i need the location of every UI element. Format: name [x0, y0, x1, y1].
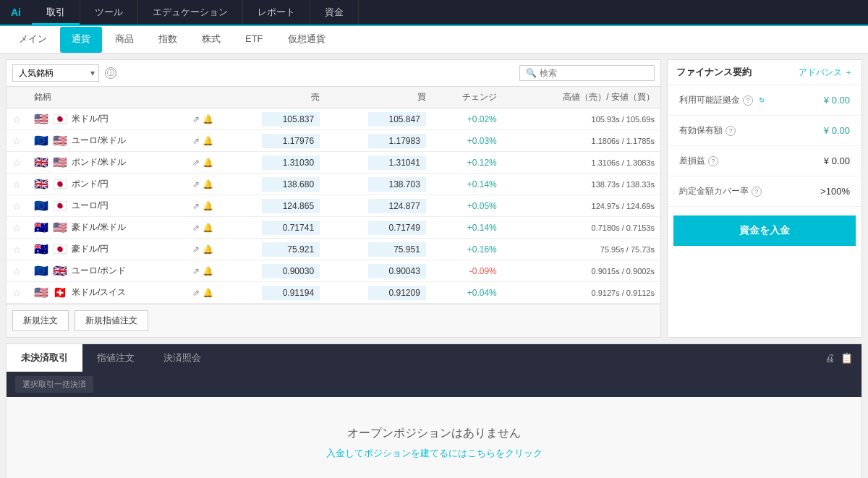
info-icon[interactable]: ⓘ — [105, 67, 116, 79]
row-star-4[interactable]: ☆ — [7, 195, 28, 217]
export-icon[interactable]: 📋 — [841, 352, 853, 364]
alert-icon-2[interactable]: 🔔 — [203, 158, 213, 168]
row-buy-5[interactable]: 0.71749 — [326, 217, 432, 239]
link-icon-8[interactable]: ⇗ — [192, 288, 200, 298]
row-buy-2[interactable]: 1.31041 — [326, 152, 432, 174]
alert-icon-6[interactable]: 🔔 — [203, 244, 213, 255]
row-sell-0[interactable]: 105.837 — [219, 108, 326, 130]
link-icon-5[interactable]: ⇗ — [192, 223, 200, 233]
market-table-container[interactable]: 銘柄 売 買 チェンジ 高値（売）/ 安値（買） ☆ 🇺🇸 🇯🇵 米ドル/円 — [7, 87, 660, 304]
alert-icon-8[interactable]: 🔔 — [203, 288, 213, 298]
row-sell-8[interactable]: 0.91194 — [219, 282, 326, 304]
row-symbol-4: 🇪🇺 🇯🇵 ユーロ/円 — [28, 195, 187, 217]
row-star-1[interactable]: ☆ — [7, 130, 28, 152]
tab-limit-orders[interactable]: 指値注文 — [82, 344, 149, 372]
link-icon-0[interactable]: ⇗ — [192, 114, 200, 124]
row-actions-5[interactable]: ⇗ 🔔 — [187, 217, 219, 239]
row-sell-6[interactable]: 75.921 — [219, 239, 326, 260]
row-buy-6[interactable]: 75.951 — [326, 239, 432, 260]
batch-close-button[interactable]: 選択取引一括決済 — [15, 376, 93, 393]
row-actions-3[interactable]: ⇗ 🔔 — [187, 174, 219, 195]
nav-report[interactable]: レポート — [243, 0, 310, 25]
row-highlow-3: 138.73s / 138.33s — [503, 174, 660, 195]
row-symbol-6: 🇦🇺 🇯🇵 豪ドル/円 — [28, 239, 187, 260]
alert-icon-3[interactable]: 🔔 — [203, 179, 213, 189]
row-star-6[interactable]: ☆ — [7, 239, 28, 260]
row-actions-2[interactable]: ⇗ 🔔 — [187, 152, 219, 174]
row-highlow-4: 124.97s / 124.69s — [503, 195, 660, 217]
row-buy-7[interactable]: 0.90043 — [326, 260, 432, 282]
available-margin-info[interactable]: ? — [743, 95, 753, 106]
tab-etf[interactable]: ETF — [234, 27, 275, 51]
available-margin-refresh[interactable]: ↻ — [759, 96, 765, 104]
tab-currency[interactable]: 通貨 — [60, 27, 102, 53]
finance-title: ファイナンス要約 — [676, 66, 752, 79]
row-sell-3[interactable]: 138.680 — [219, 174, 326, 195]
tab-trade-history[interactable]: 決済照会 — [149, 344, 216, 372]
category-select[interactable]: 人気銘柄 お気に入り すべて — [12, 64, 99, 82]
finance-panel: ファイナンス要約 アドバンス ＋ 利用可能証拠金 ? ↻ ¥ 0.00 有効保有… — [667, 59, 862, 338]
row-star-8[interactable]: ☆ — [7, 282, 28, 304]
nav-tools[interactable]: ツール — [80, 0, 138, 25]
empty-state: オープンポジションはありません 入金してポジションを建てるにはこちらをクリック — [7, 397, 861, 478]
row-sell-4[interactable]: 124.865 — [219, 195, 326, 217]
tab-crypto[interactable]: 仮想通貨 — [276, 27, 337, 53]
link-icon-4[interactable]: ⇗ — [192, 201, 200, 211]
header-symbol: 銘柄 — [28, 87, 187, 108]
link-icon-6[interactable]: ⇗ — [192, 244, 200, 255]
coverage-info[interactable]: ? — [752, 187, 762, 197]
category-select-wrapper[interactable]: 人気銘柄 お気に入り すべて ▾ — [12, 64, 99, 82]
row-actions-0[interactable]: ⇗ 🔔 — [187, 108, 219, 130]
row-actions-1[interactable]: ⇗ 🔔 — [187, 130, 219, 152]
finance-row-coverage: 約定金額カバー率 ? >100% — [668, 176, 861, 207]
row-buy-3[interactable]: 138.703 — [326, 174, 432, 195]
row-star-5[interactable]: ☆ — [7, 217, 28, 239]
row-actions-8[interactable]: ⇗ 🔔 — [187, 282, 219, 304]
tab-index[interactable]: 指数 — [147, 27, 189, 53]
link-icon-7[interactable]: ⇗ — [192, 266, 200, 276]
row-buy-4[interactable]: 124.877 — [326, 195, 432, 217]
row-actions-7[interactable]: ⇗ 🔔 — [187, 260, 219, 282]
deposit-button[interactable]: 資金を入金 — [673, 215, 856, 246]
search-box[interactable]: 🔍 — [519, 65, 655, 81]
content-layout: 人気銘柄 お気に入り すべて ▾ ⓘ 🔍 — [0, 54, 868, 343]
tab-commodity[interactable]: 商品 — [103, 27, 145, 53]
row-sell-1[interactable]: 1.17976 — [219, 130, 326, 152]
alert-icon-5[interactable]: 🔔 — [203, 223, 213, 233]
pnl-info[interactable]: ? — [708, 156, 718, 166]
alert-icon-4[interactable]: 🔔 — [203, 201, 213, 211]
row-buy-8[interactable]: 0.91209 — [326, 282, 432, 304]
row-sell-5[interactable]: 0.71741 — [219, 217, 326, 239]
link-icon-1[interactable]: ⇗ — [192, 136, 200, 146]
link-icon-2[interactable]: ⇗ — [192, 158, 200, 168]
nav-trading[interactable]: 取引 — [32, 0, 80, 25]
pnl-label: 差損益 ? — [679, 155, 718, 167]
alert-icon-7[interactable]: 🔔 — [203, 266, 213, 276]
row-sell-7[interactable]: 0.90030 — [219, 260, 326, 282]
row-change-4: +0.05% — [432, 195, 503, 217]
tab-stock[interactable]: 株式 — [190, 27, 232, 53]
tab-main[interactable]: メイン — [7, 27, 59, 53]
row-actions-6[interactable]: ⇗ 🔔 — [187, 239, 219, 260]
row-buy-0[interactable]: 105.847 — [326, 108, 432, 130]
row-actions-4[interactable]: ⇗ 🔔 — [187, 195, 219, 217]
row-star-3[interactable]: ☆ — [7, 174, 28, 195]
link-icon-3[interactable]: ⇗ — [192, 179, 200, 189]
nav-funds[interactable]: 資金 — [310, 0, 359, 25]
alert-icon-0[interactable]: 🔔 — [203, 114, 213, 124]
row-sell-2[interactable]: 1.31030 — [219, 152, 326, 174]
search-input[interactable] — [540, 68, 648, 78]
print-icon[interactable]: 🖨 — [825, 352, 835, 364]
row-star-2[interactable]: ☆ — [7, 152, 28, 174]
advance-link[interactable]: アドバンス ＋ — [799, 67, 853, 79]
row-buy-1[interactable]: 1.17983 — [326, 130, 432, 152]
row-star-7[interactable]: ☆ — [7, 260, 28, 282]
equity-info[interactable]: ? — [726, 126, 736, 136]
alert-icon-1[interactable]: 🔔 — [203, 136, 213, 146]
new-order-button[interactable]: 新規注文 — [12, 310, 69, 331]
new-limit-order-button[interactable]: 新規指値注文 — [75, 310, 148, 331]
tab-open-positions[interactable]: 未決済取引 — [7, 344, 82, 372]
row-star-0[interactable]: ☆ — [7, 108, 28, 130]
nav-education[interactable]: エデュケーション — [138, 0, 243, 25]
empty-state-link[interactable]: 入金してポジションを建てるにはこちらをクリック — [35, 447, 833, 460]
